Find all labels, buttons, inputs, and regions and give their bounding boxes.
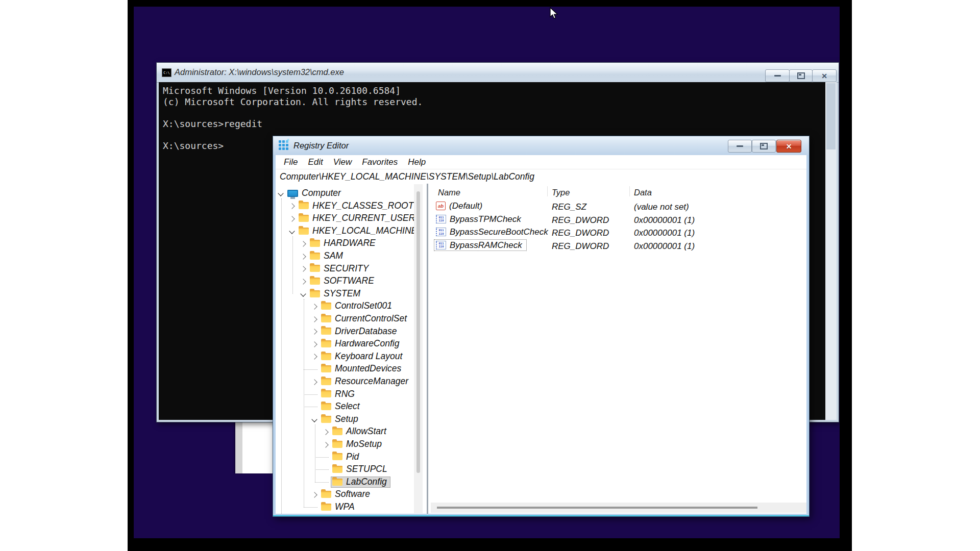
chevron-down-icon[interactable] xyxy=(289,228,295,234)
tree-item-currentcontrolset[interactable]: CurrentControlSet xyxy=(276,313,412,325)
column-header-name[interactable]: Name xyxy=(438,188,460,197)
tree-item-mounteddevices[interactable]: MountedDevices xyxy=(276,363,412,375)
panel-splitter[interactable] xyxy=(427,184,428,514)
column-separator[interactable] xyxy=(547,186,548,196)
cmd-minimize-button[interactable] xyxy=(765,69,790,82)
tree-item-hkey-local-machine[interactable]: HKEY_LOCAL_MACHINE xyxy=(276,225,412,238)
tree-node[interactable]: ResourceManager xyxy=(320,376,412,388)
chevron-right-icon[interactable] xyxy=(300,266,306,271)
tree-item-resourcemanager[interactable]: ResourceManager xyxy=(276,375,412,388)
tree-node[interactable]: HARDWARE xyxy=(308,238,379,249)
tree-node[interactable]: MountedDevices xyxy=(320,363,405,375)
value-row-bypasssecurebootcheck[interactable]: 011110BypassSecureBootCheckREG_DWORD0x00… xyxy=(431,226,806,239)
chevron-right-icon[interactable] xyxy=(323,429,328,435)
tree-item-labconfig[interactable]: LabConfig xyxy=(276,476,412,489)
tree-node[interactable]: Keyboard Layout xyxy=(320,351,406,363)
tree-node[interactable]: SOFTWARE xyxy=(308,276,378,287)
menu-view[interactable]: View xyxy=(328,156,357,168)
tree-node[interactable]: ControlSet001 xyxy=(320,300,396,312)
tree-item-allowstart[interactable]: AllowStart xyxy=(276,425,412,438)
value-name-cell[interactable]: 011110BypassTPMCheck xyxy=(434,213,526,225)
chevron-down-icon[interactable] xyxy=(278,190,283,196)
column-header-data[interactable]: Data xyxy=(634,188,652,197)
tree-item-controlset001[interactable]: ControlSet001 xyxy=(276,300,412,313)
tree-node[interactable]: HardwareConfig xyxy=(320,338,403,350)
menu-edit[interactable]: Edit xyxy=(303,156,328,168)
tree-node[interactable]: AllowStart xyxy=(331,426,390,438)
tree-item-select[interactable]: Select xyxy=(276,400,412,413)
registry-close-button[interactable]: ✕ xyxy=(776,140,801,153)
chevron-right-icon[interactable] xyxy=(289,203,295,209)
tree-node[interactable]: SETUPCL xyxy=(331,464,391,475)
value-name-cell[interactable]: ab(Default) xyxy=(434,200,487,212)
registry-addressbar[interactable]: Computer\HKEY_LOCAL_MACHINE\SYSTEM\Setup… xyxy=(276,169,806,184)
values-horizontal-scrollbar[interactable] xyxy=(431,503,806,513)
column-separator[interactable] xyxy=(629,186,630,196)
tree-item-system[interactable]: SYSTEM xyxy=(276,288,412,300)
chevron-right-icon[interactable] xyxy=(300,241,306,246)
menu-favorites[interactable]: Favorites xyxy=(357,156,403,168)
registry-tree-panel[interactable]: ComputerHKEY_CLASSES_ROOTHKEY_CURRENT_US… xyxy=(276,184,425,514)
registry-titlebar[interactable]: Registry Editor ✕ xyxy=(273,136,809,155)
tree-node[interactable]: HKEY_LOCAL_MACHINE xyxy=(297,226,421,237)
tree-item-hkey-current-user[interactable]: HKEY_CURRENT_USER xyxy=(276,212,412,225)
tree-node[interactable]: CurrentControlSet xyxy=(320,313,410,325)
tree-item-driverdatabase[interactable]: DriverDatabase xyxy=(276,325,412,338)
tree-item-sam[interactable]: SAM xyxy=(276,250,412,263)
chevron-down-icon[interactable] xyxy=(300,291,306,296)
tree-item-software[interactable]: SOFTWARE xyxy=(276,275,412,288)
tree-item-security[interactable]: SECURITY xyxy=(276,263,412,276)
cmd-titlebar[interactable]: C:\ Administrator: X:\windows\system32\c… xyxy=(157,63,839,83)
column-header-type[interactable]: Type xyxy=(552,188,570,197)
cmd-maximize-button[interactable] xyxy=(789,69,813,82)
registry-values-pane[interactable]: NameTypeData ab(Default)REG_SZ(value not… xyxy=(431,184,806,514)
tree-node[interactable]: Computer xyxy=(286,188,345,199)
tree-node[interactable]: HKEY_CURRENT_USER xyxy=(297,213,419,224)
tree-item-hardware[interactable]: HARDWARE xyxy=(276,237,412,250)
chevron-right-icon[interactable] xyxy=(311,341,317,347)
tree-item-rng[interactable]: RNG xyxy=(276,388,412,401)
tree-node[interactable]: SAM xyxy=(308,251,347,262)
tree-node[interactable]: MoSetup xyxy=(331,439,385,450)
tree-scrollbar-thumb[interactable] xyxy=(416,191,420,473)
menu-file[interactable]: File xyxy=(279,156,303,168)
tree-item-keyboard-layout[interactable]: Keyboard Layout xyxy=(276,350,412,363)
focused-value-name[interactable]: 011110BypassRAMCheck xyxy=(434,239,527,251)
tree-item-setup[interactable]: Setup xyxy=(276,413,412,426)
chevron-right-icon[interactable] xyxy=(300,279,306,284)
menu-help[interactable]: Help xyxy=(403,156,431,168)
tree-node[interactable]: RNG xyxy=(320,389,358,400)
tree-node[interactable]: Setup xyxy=(320,414,362,425)
value-name-cell[interactable]: 011110BypassSecureBootCheck xyxy=(434,226,553,238)
chevron-right-icon[interactable] xyxy=(311,316,317,322)
tree-item-mosetup[interactable]: MoSetup xyxy=(276,438,412,451)
chevron-right-icon[interactable] xyxy=(289,216,295,221)
tree-vertical-scrollbar[interactable] xyxy=(414,184,423,513)
chevron-right-icon[interactable] xyxy=(311,304,317,309)
tree-node[interactable]: Software xyxy=(320,489,374,500)
chevron-right-icon[interactable] xyxy=(311,354,317,360)
tree-node[interactable]: SYSTEM xyxy=(308,288,364,300)
tree-node[interactable]: SECURITY xyxy=(308,263,372,275)
tree-item-setupcl[interactable]: SETUPCL xyxy=(276,463,412,476)
tree-item-hardwareconfig[interactable]: HardwareConfig xyxy=(276,338,412,350)
tree-node[interactable]: HKEY_CLASSES_ROOT xyxy=(297,201,417,212)
hscrollbar-thumb[interactable] xyxy=(437,507,757,509)
value-row--default-[interactable]: ab(Default)REG_SZ(value not set) xyxy=(431,200,806,213)
tree-node[interactable]: DriverDatabase xyxy=(320,326,401,338)
value-row-bypasstpmcheck[interactable]: 011110BypassTPMCheckREG_DWORD0x00000001 … xyxy=(431,213,806,227)
tree-node[interactable]: Select xyxy=(320,401,363,413)
tree-item-software[interactable]: Software xyxy=(276,488,412,501)
tree-item-computer[interactable]: Computer xyxy=(276,187,412,200)
tree-item-hkey-classes-root[interactable]: HKEY_CLASSES_ROOT xyxy=(276,200,412,213)
chevron-right-icon[interactable] xyxy=(300,254,306,259)
tree-item-pid[interactable]: Pid xyxy=(276,451,412,464)
chevron-right-icon[interactable] xyxy=(311,379,317,385)
chevron-right-icon[interactable] xyxy=(311,329,317,334)
selected-tree-node[interactable]: LabConfig xyxy=(331,477,390,488)
cmd-close-button[interactable]: ✕ xyxy=(812,69,837,82)
tree-item-wpa[interactable]: WPA xyxy=(276,501,412,514)
chevron-right-icon[interactable] xyxy=(323,442,328,447)
chevron-down-icon[interactable] xyxy=(311,416,317,422)
chevron-right-icon[interactable] xyxy=(311,492,317,497)
